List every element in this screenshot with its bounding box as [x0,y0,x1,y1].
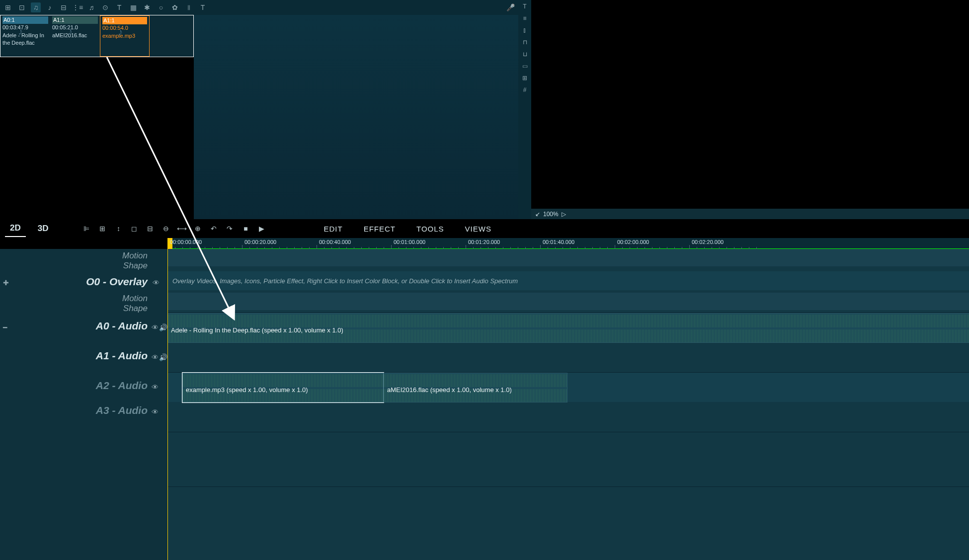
timeline-ruler[interactable]: 00:00:00.00000:00:20.00000:00:40.00000:0… [167,238,969,249]
clip-item-1[interactable]: A1:1 00:05:21.0 aMEI2016.flac ♪ [50,15,100,57]
clip-header: A1:1 [52,16,98,24]
ruler-tick: 00:00:40.000 [319,239,351,245]
track-labels: MotionShape ✚ O0 - Overlay 👁 MotionShape… [0,249,167,560]
a1-clip-2[interactable]: aMEI2016.flac (speed x 1.00, volume x 1.… [384,373,567,402]
clip-item-0[interactable]: A0:1 00:03:47.9 Adele - Rolling In the D… [0,15,50,57]
tool-icon-13[interactable]: ⫴ [184,2,194,12]
side-icon-4[interactable]: ⊔ [520,50,529,59]
tool-icon-1[interactable]: ⊡ [17,2,27,12]
align-icon[interactable]: ⊫ [82,224,91,233]
tool-icon-5[interactable]: ⋮≡ [73,2,82,12]
eye-icon[interactable]: 👁 [152,323,159,331]
zoom-in-icon[interactable]: ⊕ [193,224,202,233]
motion-shape-track[interactable] [167,249,969,266]
a3-track-label: A3 - Audio [96,404,148,416]
clip-header: A0:1 [2,16,48,24]
mic-icon[interactable]: 🎤 [505,2,515,12]
clip-time: 00:00:54.0 [102,24,147,32]
menu-tools[interactable]: TOOLS [409,225,451,233]
menu-views[interactable]: VIEWS [458,225,498,233]
eye-icon[interactable]: 👁 [152,353,159,361]
side-icon-2[interactable]: ⫿ [520,26,529,35]
clip-time: 00:05:21.0 [52,24,98,31]
tool-icon-11[interactable]: ○ [156,2,166,12]
clip-item-2[interactable]: A1:1 00:00:54.0 example.mp3 ♪ [100,15,150,57]
fit-width-icon[interactable]: ⟷ [177,224,186,233]
clip-name: aMEI2016.flac [52,32,98,39]
clip-name: Adele - Rolling In the Deep.flac [2,32,48,47]
motion-shape-label-2: MotionShape [122,294,148,314]
split-icon[interactable]: ⊟ [146,224,155,233]
side-icon-5[interactable]: ▭ [520,62,529,71]
tool-icon-2[interactable]: ♫ [31,2,41,12]
tool-icon-8[interactable]: T [114,2,124,12]
tool-icon-12[interactable]: ✿ [170,2,180,12]
a1-clip-1-label: example.mp3 (speed x 1.00, volume x 1.0) [186,386,308,394]
clip-name: example.mp3 [102,32,147,40]
tool-icon-4[interactable]: ⊟ [59,2,69,12]
undo-icon[interactable]: ↶ [209,224,218,233]
a0-clip[interactable]: Adele - Rolling In the Deep.flac (speed … [167,313,969,343]
tool-icon-7[interactable]: ⊙ [100,2,110,12]
ruler-tick: 00:01:00.000 [394,239,425,245]
side-icon-0[interactable]: T [520,2,529,11]
remove-track-icon[interactable]: ━ [3,323,7,331]
add-track-icon[interactable]: ✚ [3,279,9,287]
zoom-bar: ↙ 100% ▷ [531,209,969,219]
ruler-tick: 00:02:00.000 [617,239,649,245]
right-sidebar: T ≡ ⫿ ⊓ ⊔ ▭ ⊞ # [518,0,531,219]
a1-track[interactable]: example.mp3 (speed x 1.00, volume x 1.0)… [167,372,969,402]
tab-3d[interactable]: 3D [33,221,54,237]
play-icon[interactable]: ▶ [257,224,266,233]
a1-clip-1[interactable]: example.mp3 (speed x 1.00, volume x 1.0) [182,373,384,402]
a1-track-label: A1 - Audio [96,350,148,362]
zoom-out-icon[interactable]: ⊖ [162,224,170,233]
fit-icon[interactable]: ↙ [535,211,540,218]
motion-shape-track-2[interactable] [167,293,969,310]
clip-time: 00:03:47.9 [2,24,48,31]
overlay-track-label: O0 - Overlay [86,276,148,288]
play-preview-icon[interactable]: ▷ [562,211,566,218]
side-icon-3[interactable]: ⊓ [520,38,529,47]
overlay-hint: Overlay Videos, Images, Icons, Particle … [172,277,518,285]
eye-icon[interactable]: 👁 [153,279,160,287]
playhead-line[interactable] [167,238,168,560]
side-icon-7[interactable]: # [520,85,529,94]
ruler-tick: 00:01:20.000 [468,239,500,245]
tracks-area: MotionShape ✚ O0 - Overlay 👁 MotionShape… [0,249,969,560]
eye-icon[interactable]: 👁 [152,408,159,416]
a3-track[interactable] [167,486,969,516]
a0-track[interactable]: Adele - Rolling In the Deep.flac (speed … [167,313,969,342]
ruler-tick: 00:00:00.000 [170,239,202,245]
a2-track[interactable] [167,432,969,462]
ruler-tick: 00:00:20.000 [244,239,276,245]
a2-track-label: A2 - Audio [96,380,148,392]
redo-icon[interactable]: ↷ [225,224,234,233]
zoom-value: 100% [543,211,559,218]
speaker-icon[interactable]: 🔊 [159,323,167,331]
crop-icon[interactable]: ◻ [130,224,139,233]
clip-header: A1:1 [102,17,147,24]
tool-icon-0[interactable]: ⊞ [3,2,13,12]
menu-edit[interactable]: EDIT [317,225,349,233]
eye-icon[interactable]: 👁 [152,383,159,391]
stop-icon[interactable]: ■ [241,224,250,233]
a1-clip-2-label: aMEI2016.flac (speed x 1.00, volume x 1.… [387,386,512,394]
tool-icon-14[interactable]: T [198,2,208,12]
grid-icon[interactable]: ⊞ [98,224,107,233]
updown-icon[interactable]: ↕ [114,224,123,233]
tool-icon-6[interactable]: ♬ [86,2,96,12]
ruler-tick: 00:01:40.000 [543,239,574,245]
overlay-track[interactable]: Overlay Videos, Images, Icons, Particle … [167,271,969,290]
side-icon-6[interactable]: ⊞ [520,74,529,82]
tool-icon-9[interactable]: ▦ [128,2,138,12]
tab-2d[interactable]: 2D [5,220,26,237]
a0-clip-label: Adele - Rolling In the Deep.flac (speed … [171,326,343,334]
speaker-icon[interactable]: 🔊 [159,353,167,361]
menu-effect[interactable]: EFFECT [357,225,403,233]
side-icon-1[interactable]: ≡ [520,14,529,23]
tool-icon-10[interactable]: ✱ [142,2,152,12]
a0-track-label: A0 - Audio [96,320,148,332]
preview-area [194,15,518,219]
tool-icon-3[interactable]: ♪ [45,2,55,12]
